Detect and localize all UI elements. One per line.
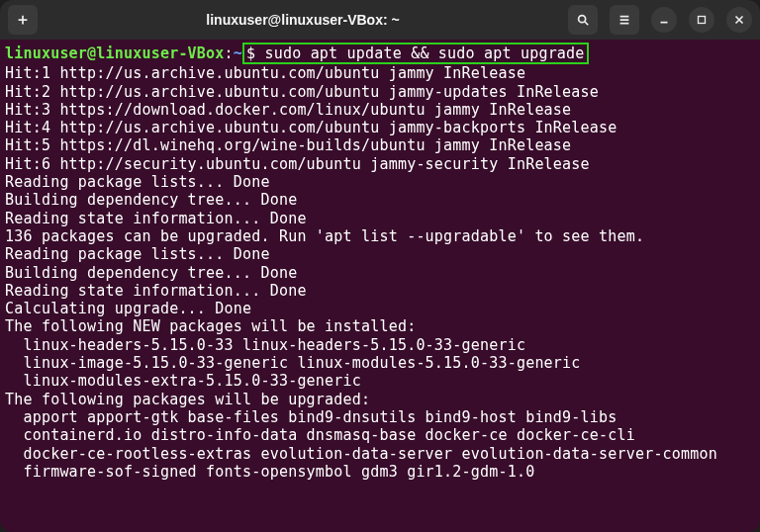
close-button[interactable] <box>726 7 752 33</box>
output-line: Reading package lists... Done <box>5 173 755 191</box>
output-line: Building dependency tree... Done <box>5 264 755 282</box>
terminal-output: Hit:1 http://us.archive.ubuntu.com/ubunt… <box>5 64 755 481</box>
window-title: linuxuser@linuxuser-VBox: ~ <box>46 12 560 28</box>
maximize-button[interactable] <box>689 7 714 33</box>
output-line: firmware-sof-signed fonts-opensymbol gdm… <box>5 463 755 481</box>
output-line: containerd.io distro-info-data dnsmasq-b… <box>5 426 755 444</box>
prompt-path: ~ <box>234 44 242 62</box>
prompt-dollar: $ <box>246 44 264 62</box>
output-line: linux-image-5.15.0-33-generic linux-modu… <box>5 354 755 372</box>
command-highlight: $ sudo apt update && sudo apt upgrade <box>242 43 589 64</box>
svg-point-0 <box>579 16 586 23</box>
output-line: The following packages will be upgraded: <box>5 391 755 408</box>
output-line: Hit:6 http://security.ubuntu.com/ubuntu … <box>5 155 755 173</box>
search-button[interactable] <box>568 5 598 35</box>
terminal-body[interactable]: linuxuser@linuxuser-VBox:~$ sudo apt upd… <box>0 40 760 532</box>
prompt-line: linuxuser@linuxuser-VBox:~$ sudo apt upd… <box>5 43 589 64</box>
output-line: docker-ce-rootless-extras evolution-data… <box>5 445 755 463</box>
output-line: linux-modules-extra-5.15.0-33-generic <box>5 372 755 390</box>
output-line: Hit:1 http://us.archive.ubuntu.com/ubunt… <box>5 64 755 82</box>
output-line: Reading package lists... Done <box>5 245 755 263</box>
new-tab-button[interactable] <box>8 5 38 35</box>
output-line: Reading state information... Done <box>5 210 755 227</box>
output-line: Reading state information... Done <box>5 282 755 300</box>
minimize-button[interactable] <box>651 7 677 33</box>
output-line: 136 packages can be upgraded. Run 'apt l… <box>5 227 755 245</box>
output-line: Hit:5 https://dl.winehq.org/wine-builds/… <box>5 136 755 154</box>
terminal-window: linuxuser@linuxuser-VBox: ~ <box>0 0 760 532</box>
output-line: Hit:2 http://us.archive.ubuntu.com/ubunt… <box>5 83 755 101</box>
output-line: Building dependency tree... Done <box>5 191 755 209</box>
output-line: Hit:3 https://download.docker.com/linux/… <box>5 101 755 119</box>
svg-rect-1 <box>699 17 706 24</box>
output-line: apport apport-gtk base-files bind9-dnsut… <box>5 408 755 426</box>
output-line: Calculating upgrade... Done <box>5 300 755 317</box>
prompt-sep: : <box>225 44 234 62</box>
menu-button[interactable] <box>610 5 639 35</box>
titlebar: linuxuser@linuxuser-VBox: ~ <box>0 0 760 40</box>
output-line: The following NEW packages will be insta… <box>5 317 755 335</box>
prompt-userhost: linuxuser@linuxuser-VBox <box>5 44 225 62</box>
output-line: Hit:4 http://us.archive.ubuntu.com/ubunt… <box>5 119 755 136</box>
command-text: sudo apt update && sudo apt upgrade <box>264 44 584 62</box>
output-line: linux-headers-5.15.0-33 linux-headers-5.… <box>5 336 755 354</box>
